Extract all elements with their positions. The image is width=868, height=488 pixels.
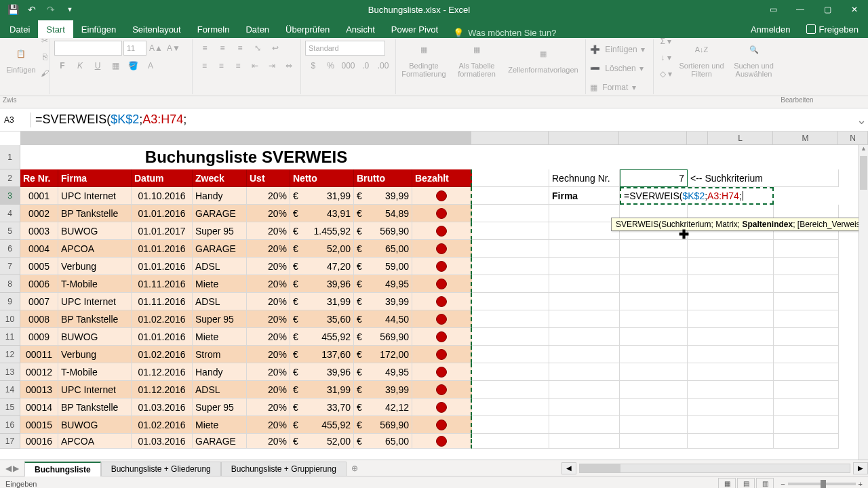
wrap-text-icon[interactable]: ↩ bbox=[267, 41, 283, 56]
table-cell[interactable]: €35,60 bbox=[290, 310, 354, 328]
table-cell[interactable]: €31,99 bbox=[290, 187, 354, 205]
column-headers[interactable]: L M N bbox=[20, 131, 868, 145]
table-cell[interactable]: €172,00 bbox=[354, 346, 412, 363]
align-right-icon[interactable]: ≡ bbox=[231, 58, 246, 73]
row-header-11[interactable]: 11 bbox=[0, 328, 20, 346]
tab-einfuegen[interactable]: Einfügen bbox=[73, 20, 124, 38]
underline-button[interactable]: U bbox=[90, 58, 106, 73]
increase-indent-icon[interactable]: ⇥ bbox=[264, 58, 279, 73]
table-cell[interactable]: GARAGE bbox=[193, 205, 247, 222]
cell-styles-button[interactable]: ▦ Zellenformatvorlagen bbox=[506, 40, 580, 74]
table-cell[interactable]: 01.01.2016 bbox=[132, 205, 193, 222]
table-cell[interactable] bbox=[412, 258, 472, 275]
table-cell[interactable] bbox=[412, 187, 472, 205]
merge-icon[interactable]: ⇔ bbox=[281, 58, 296, 73]
sheet-tab-buchungsliste[interactable]: Buchungsliste bbox=[24, 462, 101, 476]
table-cell[interactable]: €39,99 bbox=[354, 381, 412, 399]
row-header-5[interactable]: 5 bbox=[0, 222, 20, 240]
fill-color-icon[interactable]: 🪣 bbox=[125, 58, 141, 73]
table-cell[interactable]: APCOA bbox=[58, 434, 132, 449]
firma-label[interactable]: Firma bbox=[549, 187, 620, 205]
table-cell[interactable]: €44,50 bbox=[354, 310, 412, 328]
table-cell[interactable]: €455,92 bbox=[290, 328, 354, 346]
table-cell[interactable]: €49,95 bbox=[354, 363, 412, 381]
name-box[interactable]: A3 bbox=[0, 113, 31, 127]
tab-daten[interactable]: Daten bbox=[237, 20, 277, 38]
font-size-combo[interactable]: 11 bbox=[123, 41, 146, 56]
table-cell[interactable] bbox=[412, 346, 472, 363]
tab-datei[interactable]: Datei bbox=[1, 20, 38, 38]
table-header[interactable]: Datum bbox=[132, 169, 193, 187]
table-cell[interactable]: T-Mobile bbox=[58, 363, 132, 381]
table-cell[interactable]: ADSL bbox=[193, 381, 247, 399]
table-cell[interactable]: Super 95 bbox=[193, 222, 247, 240]
table-cell[interactable]: €31,99 bbox=[290, 293, 354, 310]
table-cell[interactable]: Super 95 bbox=[193, 310, 247, 328]
row-header-4[interactable]: 4 bbox=[0, 205, 20, 222]
table-cell[interactable]: €569,90 bbox=[354, 222, 412, 240]
tab-powerpivot[interactable]: Power Pivot bbox=[383, 20, 446, 38]
table-cell[interactable]: 0007 bbox=[20, 293, 58, 310]
decrease-indent-icon[interactable]: ⇤ bbox=[247, 58, 262, 73]
save-icon[interactable]: 💾 bbox=[4, 1, 22, 18]
row-header-9[interactable]: 9 bbox=[0, 293, 20, 310]
col-header-M[interactable]: M bbox=[773, 131, 838, 144]
table-cell[interactable]: Super 95 bbox=[193, 399, 247, 416]
orientation-icon[interactable]: ⤡ bbox=[250, 41, 266, 56]
table-cell[interactable]: GARAGE bbox=[193, 240, 247, 258]
sheet-tab-gliederung[interactable]: Buchungsliste + Gliederung bbox=[101, 462, 221, 476]
active-cell-formula[interactable]: =SVERWEIS($K$2;A3:H74; bbox=[620, 187, 774, 205]
table-cell[interactable]: 0004 bbox=[20, 240, 58, 258]
table-cell[interactable]: UPC Internet bbox=[58, 381, 132, 399]
undo-icon[interactable]: ↶ bbox=[23, 1, 41, 18]
format-as-table-button[interactable]: ▦ Als Tabelle formatieren bbox=[453, 38, 500, 78]
table-cell[interactable]: €52,00 bbox=[290, 240, 354, 258]
table-cell[interactable]: 01.02.2016 bbox=[132, 346, 193, 363]
tab-ueberpruefen[interactable]: Überprüfen bbox=[277, 20, 338, 38]
zoom-out-icon[interactable]: − bbox=[781, 480, 785, 488]
align-bottom-icon[interactable]: ≡ bbox=[232, 41, 248, 56]
table-cell[interactable]: €31,99 bbox=[290, 381, 354, 399]
row-header-7[interactable]: 7 bbox=[0, 258, 20, 275]
table-cell[interactable] bbox=[412, 222, 472, 240]
col-header-N[interactable]: N bbox=[838, 131, 868, 144]
login-button[interactable]: Anmelden bbox=[744, 20, 797, 38]
table-cell[interactable]: 20% bbox=[247, 310, 290, 328]
table-cell[interactable] bbox=[412, 310, 472, 328]
table-cell[interactable]: €42,12 bbox=[354, 399, 412, 416]
table-cell[interactable]: 00016 bbox=[20, 434, 58, 449]
vertical-scrollbar[interactable]: ▲ bbox=[859, 145, 868, 460]
row-header-3[interactable]: 3 bbox=[0, 187, 20, 205]
maximize-icon[interactable]: ▢ bbox=[814, 0, 841, 19]
hscroll-left-icon[interactable]: ◀ bbox=[561, 462, 576, 474]
table-cell[interactable]: 01.11.2016 bbox=[132, 275, 193, 293]
table-cell[interactable] bbox=[412, 328, 472, 346]
table-cell[interactable] bbox=[412, 381, 472, 399]
table-cell[interactable]: BP Tankstelle bbox=[58, 205, 132, 222]
table-cell[interactable]: 20% bbox=[247, 346, 290, 363]
hscroll-right-icon[interactable]: ▶ bbox=[853, 462, 868, 474]
table-cell[interactable]: 01.11.2016 bbox=[132, 293, 193, 310]
currency-icon[interactable]: $ bbox=[305, 58, 321, 73]
page-title[interactable]: Buchungsliste SVERWEIS bbox=[20, 145, 472, 169]
table-header[interactable]: Brutto bbox=[354, 169, 412, 187]
table-cell[interactable]: €39,96 bbox=[290, 363, 354, 381]
table-cell[interactable] bbox=[412, 240, 472, 258]
table-cell[interactable]: UPC Internet bbox=[58, 187, 132, 205]
table-cell[interactable]: 0005 bbox=[20, 258, 58, 275]
function-args-tooltip[interactable]: SVERWEIS(Suchkriterium; Matrix; Spalteni… bbox=[611, 218, 865, 231]
table-cell[interactable]: 01.02.2016 bbox=[132, 416, 193, 434]
minimize-icon[interactable]: — bbox=[787, 0, 814, 19]
increase-decimal-icon[interactable]: .0 bbox=[357, 58, 374, 73]
autosum-icon[interactable]: Σ ▾ bbox=[658, 38, 674, 49]
table-cell[interactable]: €59,00 bbox=[354, 258, 412, 275]
tab-start[interactable]: Start bbox=[38, 20, 73, 38]
insert-cells-button[interactable]: ➕ Einfügen ▾ bbox=[590, 41, 649, 58]
table-cell[interactable]: 20% bbox=[247, 381, 290, 399]
decrease-decimal-icon[interactable]: .00 bbox=[375, 58, 391, 73]
font-name-combo[interactable] bbox=[54, 41, 122, 56]
table-cell[interactable]: 00014 bbox=[20, 399, 58, 416]
tab-seitenlayout[interactable]: Seitenlayout bbox=[124, 20, 189, 38]
qat-dropdown-icon[interactable]: ▼ bbox=[61, 1, 79, 18]
table-cell[interactable]: 01.10.2016 bbox=[132, 187, 193, 205]
